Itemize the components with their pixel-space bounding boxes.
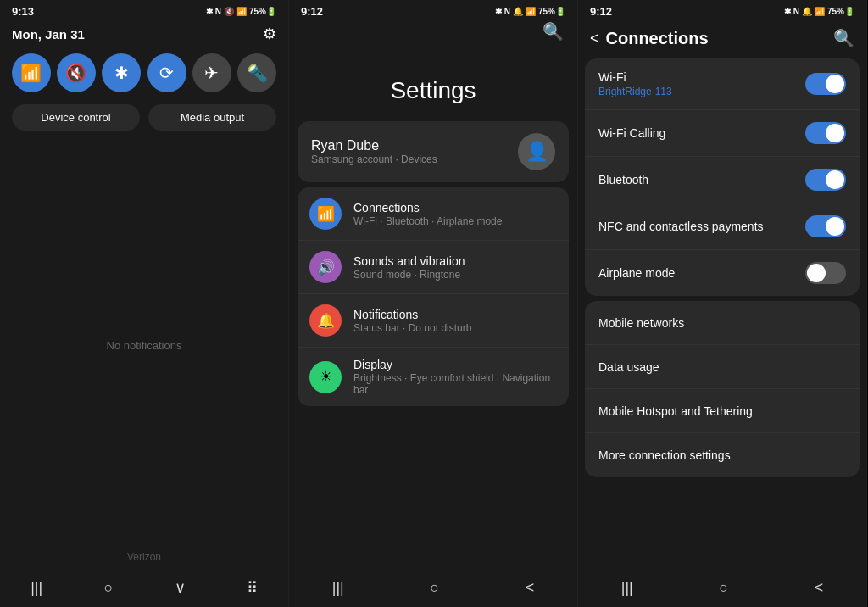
connections-icon: 📶 [309,198,342,230]
wifi-network-name: BrightRidge-113 [598,86,805,97]
device-control-button[interactable]: Device control [12,104,140,131]
profile-avatar: 👤 [518,133,555,170]
wifi-calling-knob [826,124,844,142]
media-output-button[interactable]: Media output [148,104,276,131]
settings-main-panel: 9:12 ✱ N 🔔 📶 75%🔋 🔍 Settings Ryan Dube S… [289,0,578,607]
status-icons-3: ✱ N 🔔 📶 75%🔋 [784,7,854,16]
net-icon-3: N [793,7,799,16]
notification-header: Mon, Jan 31 ⚙ [0,21,288,48]
display-icon: ☀ [309,361,342,393]
vol-icon-3: 🔔 [802,7,812,16]
battery-icon: 75%🔋 [249,7,276,16]
profile-card[interactable]: Ryan Dube Samsung account · Devices 👤 [298,121,569,182]
connections-sub: Wi-Fi · Bluetooth · Airplane mode [353,215,502,227]
nfc-item[interactable]: NFC and contactless payments [585,203,860,250]
wifi-text: Wi-Fi BrightRidge-113 [598,70,805,97]
bluetooth-item[interactable]: Bluetooth [585,157,860,203]
keyboard-nav-icon[interactable]: ⠿ [247,578,258,597]
recents-nav-icon[interactable]: ∨ [175,578,186,597]
wifi-tile[interactable]: 📶 [12,53,51,92]
bat-icon-2: 75%🔋 [538,7,565,16]
wifi-conn-item[interactable]: Wi-Fi BrightRidge-113 [585,58,860,110]
nfc-text: NFC and contactless payments [598,220,805,233]
bat-icon-3: 75%🔋 [827,7,854,16]
recents-nav-3[interactable]: ||| [621,579,633,597]
airplane-title: Airplane mode [598,266,805,280]
notifications-sub: Status bar · Do not disturb [353,322,471,334]
carrier-label: Verizon [0,551,288,570]
airplane-knob [807,264,826,282]
recents-nav-2[interactable]: ||| [332,579,344,597]
connections-page-title: Connections [606,29,833,48]
bluetooth-tile[interactable]: ✱ [102,53,141,92]
signal-icon: 📶 [236,7,247,16]
date-label: Mon, Jan 31 [12,27,85,42]
wifi-toggle[interactable] [805,73,846,95]
wifi-calling-toggle[interactable] [805,122,846,144]
bt-icon-2: ✱ [495,7,502,16]
notifications-item[interactable]: 🔔 Notifications Status bar · Do not dist… [298,294,569,348]
profile-info: Ryan Dube Samsung account · Devices [311,138,506,165]
vol-icon-2: 🔔 [513,7,523,16]
nfc-toggle[interactable] [805,215,846,237]
mute-icon: 🔇 [224,7,234,16]
hotspot-tile[interactable]: ⟳ [147,53,186,92]
connections-title: Connections [353,201,502,214]
wifi-calling-item[interactable]: Wi-Fi Calling [585,110,860,157]
nfc-knob [826,217,844,236]
profile-name: Ryan Dube [311,138,506,153]
display-item[interactable]: ☀ Display Brightness · Eye comfort shiel… [298,348,569,406]
connections-panel: 9:12 ✱ N 🔔 📶 75%🔋 < Connections 🔍 Wi-Fi … [578,0,867,607]
mobile-networks-item[interactable]: Mobile networks [585,301,860,345]
nfc-title: NFC and contactless payments [598,220,805,233]
more-connection-title: More connection settings [598,448,731,462]
connections-item[interactable]: 📶 Connections Wi-Fi · Bluetooth · Airpla… [298,187,569,241]
notifications-icon: 🔔 [309,304,342,337]
sounds-item[interactable]: 🔊 Sounds and vibration Sound mode · Ring… [298,241,569,294]
network-icon: N [215,7,221,16]
settings-title: Settings [289,52,577,121]
home-nav-3[interactable]: ○ [719,579,728,597]
clock-2: 9:12 [301,5,323,18]
airplane-item[interactable]: Airplane mode [585,250,860,296]
mute-tile[interactable]: 🔇 [57,53,96,92]
sig-icon-2: 📶 [526,7,536,16]
bluetooth-title: Bluetooth [598,173,805,187]
home-nav-2[interactable]: ○ [430,579,439,597]
search-icon[interactable]: 🔍 [542,21,564,42]
net-icon-2: N [504,7,510,16]
bluetooth-toggle[interactable] [805,169,846,191]
settings-main-card: 📶 Connections Wi-Fi · Bluetooth · Airpla… [298,187,569,406]
notification-shade-panel: 9:13 ✱ N 🔇 📶 75%🔋 Mon, Jan 31 ⚙ 📶 🔇 ✱ ⟳ … [0,0,289,607]
back-arrow-icon[interactable]: < [590,30,599,47]
display-title: Display [353,358,557,371]
sig-icon-3: 📶 [815,7,825,16]
media-buttons-row: Device control Media output [0,99,288,139]
home-nav-icon[interactable]: ○ [103,579,113,597]
data-usage-item[interactable]: Data usage [585,345,860,389]
nav-bar-2: ||| ○ < [289,571,577,607]
more-connection-item[interactable]: More connection settings [585,433,860,477]
connections-list: Wi-Fi BrightRidge-113 Wi-Fi Calling Blue… [578,58,866,571]
flashlight-tile[interactable]: 🔦 [237,53,276,92]
settings-search-bar[interactable]: 🔍 [289,21,577,52]
wifi-title: Wi-Fi [598,70,805,84]
hotspot-tethering-item[interactable]: Mobile Hotspot and Tethering [585,389,860,433]
airplane-toggle[interactable] [805,262,846,284]
settings-list: Ryan Dube Samsung account · Devices 👤 📶 … [289,121,577,571]
nav-bar-1: ||| ○ ∨ ⠿ [0,570,288,607]
quick-tiles-row: 📶 🔇 ✱ ⟳ ✈ 🔦 [0,48,288,99]
wifi-calling-text: Wi-Fi Calling [598,126,805,140]
bluetooth-status-icon: ✱ [206,7,213,16]
wifi-calling-title: Wi-Fi Calling [598,126,805,140]
back-nav-icon[interactable]: ||| [31,579,42,597]
connections-text: Connections Wi-Fi · Bluetooth · Airplane… [353,201,502,227]
wifi-toggle-knob [826,75,844,93]
airplane-tile[interactable]: ✈ [192,53,231,92]
back-nav-3[interactable]: < [815,579,824,597]
connections-search-icon[interactable]: 🔍 [833,28,854,48]
nav-bar-3: ||| ○ < [578,571,866,607]
back-nav-2[interactable]: < [526,579,535,597]
settings-gear-icon[interactable]: ⚙ [263,25,276,43]
status-icons-2: ✱ N 🔔 📶 75%🔋 [495,7,565,16]
